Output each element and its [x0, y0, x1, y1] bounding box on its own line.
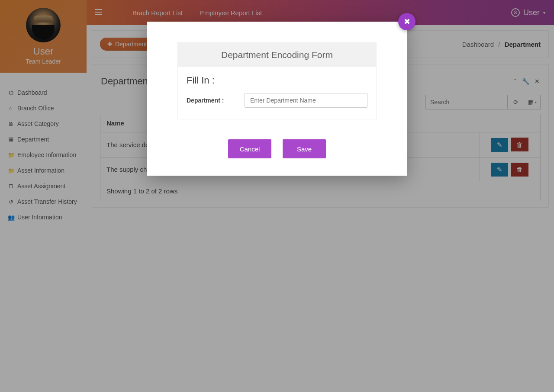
cancel-button[interactable]: Cancel — [228, 139, 271, 158]
modal-subtitle: Fill In : — [187, 75, 367, 86]
department-field-label: Department : — [187, 97, 234, 104]
close-icon: ✖ — [404, 17, 410, 26]
save-button[interactable]: Save — [283, 139, 326, 158]
department-modal: ✖ Department Encoding Form Fill In : Dep… — [147, 22, 407, 176]
modal-overlay: ✖ Department Encoding Form Fill In : Dep… — [0, 0, 554, 392]
department-name-input[interactable] — [245, 93, 367, 108]
modal-title: Department Encoding Form — [178, 43, 376, 67]
modal-close-button[interactable]: ✖ — [398, 13, 416, 30]
